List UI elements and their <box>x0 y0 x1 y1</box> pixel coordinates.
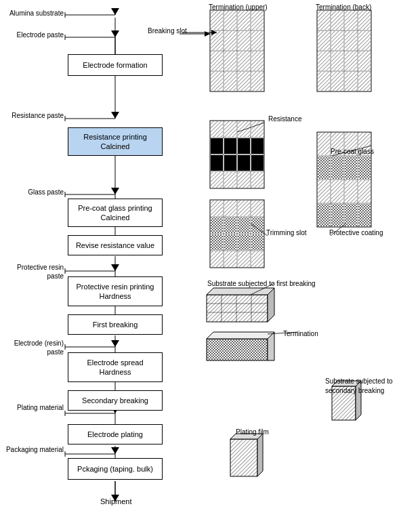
svg-rect-74 <box>345 11 357 30</box>
svg-rect-158 <box>238 251 250 267</box>
svg-rect-86 <box>345 72 357 91</box>
label-alumina: Alumina substrate <box>1 9 64 17</box>
svg-rect-61 <box>211 72 223 91</box>
svg-rect-159 <box>251 251 264 267</box>
svg-rect-76 <box>318 31 330 50</box>
svg-rect-100 <box>238 121 250 137</box>
svg-rect-132 <box>358 180 371 203</box>
svg-marker-15 <box>111 30 119 37</box>
label-termination-3d: Termination <box>283 330 318 337</box>
svg-rect-145 <box>224 201 236 216</box>
svg-rect-60 <box>251 51 264 70</box>
label-substrate-first: Substrate subjected to first breaking <box>207 279 316 288</box>
svg-marker-176 <box>257 434 263 476</box>
label-glass-paste: Glass paste <box>1 188 64 196</box>
svg-rect-58 <box>224 51 236 70</box>
label-packaging-material: Packaging material <box>1 446 64 453</box>
svg-rect-55 <box>238 31 250 50</box>
svg-rect-121 <box>318 133 330 155</box>
box-precoat-glass: Pre-coat glass printingCalcined <box>68 199 163 227</box>
svg-marker-25 <box>111 264 119 271</box>
svg-rect-129 <box>318 180 330 203</box>
svg-marker-169 <box>207 332 274 339</box>
svg-rect-174 <box>230 439 257 476</box>
svg-rect-81 <box>331 51 343 70</box>
svg-rect-99 <box>224 121 236 137</box>
svg-rect-108 <box>238 155 250 171</box>
svg-marker-28 <box>111 340 119 347</box>
svg-rect-80 <box>318 51 330 70</box>
svg-rect-134 <box>331 204 343 226</box>
svg-rect-148 <box>211 218 223 233</box>
svg-rect-128 <box>358 157 371 179</box>
box-electrode-formation: Electrode formation <box>68 54 163 76</box>
svg-rect-102 <box>211 138 223 154</box>
svg-rect-51 <box>238 11 250 30</box>
box-electrode-spread: Electrode spreadHardness <box>68 352 163 382</box>
svg-rect-155 <box>251 234 264 250</box>
label-termination-back: Termination (back) <box>316 3 371 11</box>
svg-rect-156 <box>211 251 223 267</box>
svg-rect-87 <box>358 72 371 91</box>
svg-rect-107 <box>224 155 236 171</box>
svg-rect-64 <box>251 72 264 91</box>
svg-rect-104 <box>238 138 250 154</box>
svg-rect-154 <box>238 234 250 250</box>
svg-rect-53 <box>211 31 223 50</box>
svg-marker-19 <box>111 112 119 119</box>
box-revise-resistance: Revise resistance value <box>68 235 163 255</box>
svg-rect-50 <box>224 11 236 30</box>
svg-rect-112 <box>238 172 250 188</box>
svg-rect-133 <box>318 204 330 226</box>
label-plating-film: Plating film <box>236 428 269 436</box>
svg-rect-83 <box>358 51 371 70</box>
svg-marker-184 <box>205 31 210 37</box>
svg-rect-109 <box>251 155 264 171</box>
label-electrode-paste: Electrode paste <box>1 31 64 39</box>
svg-rect-127 <box>345 157 357 179</box>
svg-rect-150 <box>238 218 250 233</box>
svg-rect-63 <box>238 72 250 91</box>
label-protective-coating: Protective coating <box>329 229 383 236</box>
label-protective-resin-paste: Protective resin paste <box>1 263 64 281</box>
label-precoat-glass: Pre-coat glass <box>331 148 374 155</box>
svg-rect-160 <box>207 295 268 322</box>
svg-rect-111 <box>224 172 236 188</box>
svg-rect-152 <box>211 234 223 250</box>
svg-rect-77 <box>331 31 343 50</box>
box-resistance-printing: Resistance printingCalcined <box>68 127 163 156</box>
svg-rect-59 <box>238 51 250 70</box>
box-packaging: Pckaging (taping. bulk) <box>68 458 163 480</box>
box-first-breaking: First breaking <box>68 314 163 335</box>
svg-rect-153 <box>224 234 236 250</box>
svg-marker-161 <box>207 288 274 295</box>
label-trimming-slot: Trimming slot <box>266 229 307 236</box>
svg-rect-125 <box>318 157 330 179</box>
svg-rect-113 <box>251 172 264 188</box>
label-breaking-slot: Breaking slot <box>148 27 187 35</box>
box-electrode-plating: Electrode plating <box>68 424 163 444</box>
svg-rect-98 <box>211 121 223 137</box>
svg-rect-105 <box>251 138 264 154</box>
label-substrate-secondary: Substrate subjected tosecondary breaking <box>325 377 393 396</box>
svg-rect-72 <box>318 11 330 30</box>
svg-rect-131 <box>345 180 357 203</box>
svg-rect-85 <box>331 72 343 91</box>
box-secondary-breaking: Secondary breaking <box>68 390 163 411</box>
svg-marker-22 <box>111 188 119 194</box>
label-resistance: Resistance <box>268 115 301 123</box>
svg-rect-147 <box>251 201 264 216</box>
diagram-svg <box>0 0 420 517</box>
label-resistance-paste: Resistance paste <box>1 112 64 119</box>
svg-rect-56 <box>251 31 264 50</box>
svg-rect-73 <box>331 11 343 30</box>
svg-rect-62 <box>224 72 236 91</box>
svg-rect-157 <box>224 251 236 267</box>
label-plating-material: Plating material <box>1 404 64 411</box>
svg-rect-146 <box>238 201 250 216</box>
svg-marker-34 <box>111 447 119 454</box>
svg-rect-130 <box>331 180 343 203</box>
svg-rect-103 <box>224 138 236 154</box>
svg-rect-126 <box>331 157 343 179</box>
svg-rect-144 <box>211 201 223 216</box>
